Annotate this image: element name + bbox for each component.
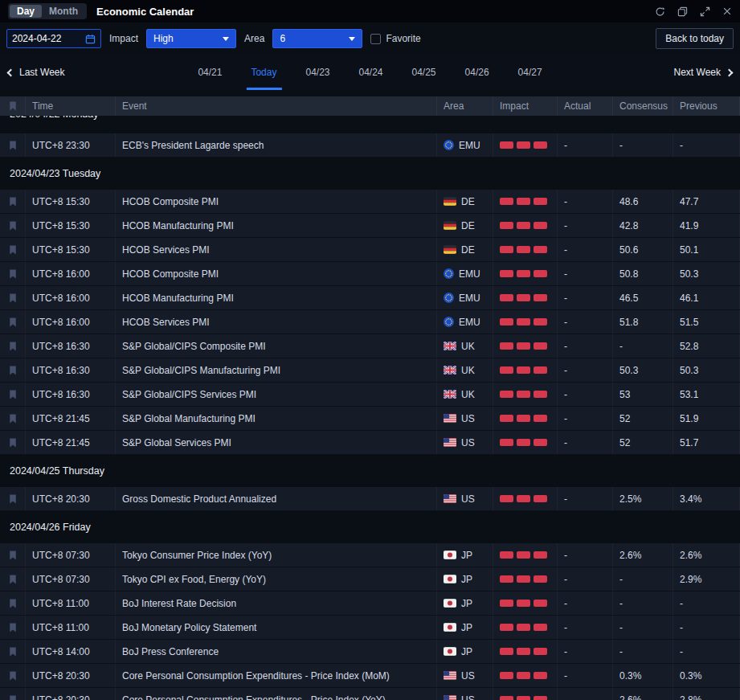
table-row[interactable]: UTC+8 20:30Core Personal Consumption Exp… bbox=[0, 664, 740, 688]
next-week-button[interactable]: Next Week bbox=[674, 67, 732, 78]
table-row[interactable]: UTC+8 20:30Core Personal Consumption Exp… bbox=[0, 688, 740, 700]
table-row[interactable]: UTC+8 11:00BoJ Interest Rate DecisionJP-… bbox=[0, 592, 740, 616]
bookmark-toggle[interactable] bbox=[0, 190, 26, 213]
bookmark-toggle[interactable] bbox=[0, 431, 26, 454]
back-to-today-button[interactable]: Back to today bbox=[656, 28, 734, 49]
table-row[interactable]: UTC+8 15:30HCOB Composite PMIDE-48.647.7 bbox=[0, 190, 740, 214]
last-week-label: Last Week bbox=[19, 67, 64, 78]
actual-cell: - bbox=[558, 487, 613, 510]
impact-bar bbox=[517, 270, 530, 277]
time-cell: UTC+8 16:30 bbox=[26, 383, 116, 406]
area-label: EMU bbox=[459, 293, 480, 304]
date-tab-04-27[interactable]: 04/27 bbox=[516, 55, 545, 90]
area-dropdown[interactable]: 6 bbox=[272, 29, 362, 48]
table-row[interactable]: UTC+8 15:30HCOB Manufacturing PMIDE-42.8… bbox=[0, 214, 740, 238]
bookmark-toggle[interactable] bbox=[0, 133, 26, 157]
table-row[interactable]: UTC+8 14:00BoJ Press ConferenceJP--- bbox=[0, 640, 740, 664]
chevron-down-icon bbox=[349, 37, 355, 41]
table-row[interactable]: UTC+8 07:30Tokyo Consumer Price Index (Y… bbox=[0, 543, 740, 567]
close-icon[interactable] bbox=[722, 6, 732, 16]
bookmark-column-header bbox=[0, 96, 26, 116]
impact-bar bbox=[517, 318, 530, 325]
impact-high-indicator bbox=[500, 318, 547, 325]
bookmark-toggle[interactable] bbox=[0, 238, 26, 261]
table-row[interactable]: UTC+8 23:30ECB's President Lagarde speec… bbox=[0, 133, 740, 158]
bookmark-toggle[interactable] bbox=[0, 407, 26, 430]
bookmark-toggle[interactable] bbox=[0, 214, 26, 237]
bookmark-icon bbox=[9, 671, 17, 681]
flag-icon-us bbox=[444, 494, 456, 503]
favorite-filter[interactable]: Favorite bbox=[370, 33, 420, 44]
area-cell: EMU bbox=[437, 286, 493, 309]
bookmark-icon bbox=[9, 317, 17, 327]
consensus-cell: - bbox=[613, 592, 673, 615]
table-row[interactable]: UTC+8 16:30S&P Global/CIPS Services PMIU… bbox=[0, 383, 740, 407]
area-cell: UK bbox=[437, 334, 493, 358]
impact-bar bbox=[500, 415, 513, 422]
bookmark-toggle[interactable] bbox=[0, 592, 26, 615]
event-cell: S&P Global/CIPS Services PMI bbox=[116, 383, 437, 406]
favorite-checkbox[interactable] bbox=[370, 34, 381, 44]
bookmark-toggle[interactable] bbox=[0, 262, 26, 285]
table-row[interactable]: UTC+8 21:45S&P Global Services PMIUS-525… bbox=[0, 431, 740, 455]
time-cell: UTC+8 15:30 bbox=[26, 214, 116, 237]
area-flag-and-label: UK bbox=[444, 341, 475, 352]
actual-cell: - bbox=[558, 567, 613, 591]
popout-icon[interactable] bbox=[677, 6, 688, 17]
table-row[interactable]: UTC+8 11:00BoJ Monetary Policy Statement… bbox=[0, 616, 740, 640]
last-week-button[interactable]: Last Week bbox=[8, 67, 64, 78]
table-row[interactable]: UTC+8 16:30S&P Global/CIPS Manufacturing… bbox=[0, 358, 740, 383]
table-row[interactable]: UTC+8 20:30Gross Domestic Product Annual… bbox=[0, 487, 740, 511]
bookmark-toggle[interactable] bbox=[0, 286, 26, 309]
date-tab-04-26[interactable]: 04/26 bbox=[463, 55, 492, 90]
date-tab-04-21[interactable]: 04/21 bbox=[195, 55, 224, 90]
refresh-icon[interactable] bbox=[655, 6, 665, 17]
area-cell: US bbox=[437, 688, 493, 700]
date-picker[interactable]: 2024-04-22 bbox=[6, 29, 101, 48]
table-row[interactable]: UTC+8 15:30HCOB Services PMIDE-50.650.1 bbox=[0, 238, 740, 262]
date-tab-04-24[interactable]: 04/24 bbox=[356, 55, 385, 90]
area-cell: DE bbox=[437, 190, 493, 213]
date-tab-today[interactable]: Today bbox=[248, 55, 279, 90]
flag-icon-us bbox=[444, 414, 456, 423]
section-date-header: 2024/04/25 Thursday bbox=[0, 455, 740, 487]
expand-icon[interactable] bbox=[700, 6, 710, 17]
area-flag-and-label: UK bbox=[444, 365, 475, 376]
date-tab-04-25[interactable]: 04/25 bbox=[410, 55, 439, 90]
bookmark-toggle[interactable] bbox=[0, 640, 26, 663]
table-row[interactable]: UTC+8 21:45S&P Global Manufacturing PMIU… bbox=[0, 407, 740, 431]
bookmark-toggle[interactable] bbox=[0, 383, 26, 406]
bookmark-toggle[interactable] bbox=[0, 664, 26, 687]
table-row[interactable]: UTC+8 16:30S&P Global/CIPS Composite PMI… bbox=[0, 334, 740, 358]
table-row[interactable]: UTC+8 07:30Tokyo CPI ex Food, Energy (Yo… bbox=[0, 567, 740, 592]
bookmark-toggle[interactable] bbox=[0, 616, 26, 639]
area-flag-and-label: US bbox=[444, 694, 475, 700]
previous-cell: 47.7 bbox=[673, 190, 740, 213]
impact-cell bbox=[493, 407, 558, 430]
month-view-button[interactable]: Month bbox=[42, 5, 85, 18]
area-cell: DE bbox=[437, 214, 493, 237]
bookmark-toggle[interactable] bbox=[0, 567, 26, 591]
table-row[interactable]: UTC+8 16:00HCOB Composite PMIEMU-50.850.… bbox=[0, 262, 740, 286]
table-row[interactable]: UTC+8 16:00HCOB Services PMIEMU-51.851.5 bbox=[0, 310, 740, 334]
bookmark-toggle[interactable] bbox=[0, 487, 26, 510]
area-cell: US bbox=[437, 487, 493, 510]
impact-dropdown[interactable]: High bbox=[146, 29, 236, 48]
event-cell: S&P Global Services PMI bbox=[116, 431, 437, 454]
table-row[interactable]: UTC+8 16:00HCOB Manufacturing PMIEMU-46.… bbox=[0, 286, 740, 310]
impact-high-indicator bbox=[500, 551, 547, 559]
time-cell: UTC+8 23:30 bbox=[26, 133, 116, 157]
event-cell: HCOB Services PMI bbox=[116, 310, 437, 334]
bookmark-toggle[interactable] bbox=[0, 543, 26, 567]
date-tab-04-23[interactable]: 04/23 bbox=[303, 55, 332, 90]
flag-icon-de bbox=[444, 245, 456, 254]
bookmark-toggle[interactable] bbox=[0, 688, 26, 700]
event-cell: S&P Global/CIPS Composite PMI bbox=[116, 334, 437, 358]
bookmark-toggle[interactable] bbox=[0, 310, 26, 334]
area-cell: JP bbox=[437, 543, 493, 567]
area-cell: JP bbox=[437, 592, 493, 615]
bookmark-toggle[interactable] bbox=[0, 358, 26, 382]
day-view-button[interactable]: Day bbox=[10, 5, 42, 18]
flag-icon-jp bbox=[444, 551, 456, 559]
bookmark-toggle[interactable] bbox=[0, 334, 26, 358]
